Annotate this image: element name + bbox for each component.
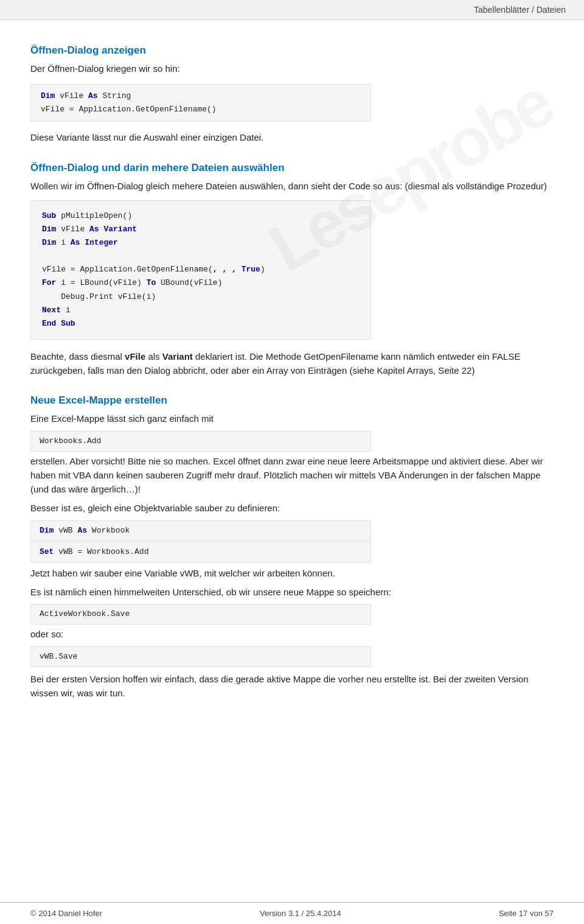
para-mappe-final: Bei der ersten Version hoffen wir einfac… bbox=[30, 672, 554, 701]
para-mehrere-intro: Wollen wir im Öffnen-Dialog gleich meher… bbox=[30, 179, 554, 193]
para-mappe-2: erstellen. Aber vorsicht! Bitte nie so m… bbox=[30, 454, 554, 497]
heading-neue-mappe: Neue Excel-Mappe erstellen bbox=[30, 394, 554, 407]
para-mappe-5: Es ist nämlich einen himmelweiten Unters… bbox=[30, 585, 554, 599]
para-oeffnen-after: Diese Variante lässt nur die Auswahl ein… bbox=[30, 130, 554, 144]
heading-mehrere: Öffnen-Dialog und darin mehere Dateien a… bbox=[30, 162, 554, 174]
para-mehrere-after: Beachte, dass diesmal vFile als Variant … bbox=[30, 349, 554, 378]
code-block-multiple: Sub pMultipleOpen() Dim vFile As Variant… bbox=[30, 200, 371, 340]
para-oeffnen-intro: Der Öffnen-Dialog kriegen wir so hin: bbox=[30, 61, 554, 75]
code-set-vwb: Set vWB = Workbooks.Add bbox=[30, 542, 371, 562]
para-mappe-4: Jetzt haben wir sauber eine Variable vWB… bbox=[30, 566, 554, 580]
footer: © 2014 Daniel Hofer Version 3.1 / 25.4.2… bbox=[0, 902, 584, 924]
code-dim-vwb: Dim vWB As Workbook bbox=[30, 520, 371, 541]
code-vwb-save: vWB.Save bbox=[30, 646, 371, 667]
heading-oeffnen-dialog: Öffnen-Dialog anzeigen bbox=[30, 44, 554, 57]
footer-center: Version 3.1 / 25.4.2014 bbox=[260, 909, 341, 918]
para-oder-so: oder so: bbox=[30, 627, 554, 641]
para-mappe-3: Besser ist es, gleich eine Objektvariabl… bbox=[30, 501, 554, 515]
code-oeffnen-1: Dim vFile As String vFile = Application.… bbox=[30, 84, 371, 122]
footer-right: Seite 17 von 57 bbox=[499, 909, 554, 918]
footer-left: © 2014 Daniel Hofer bbox=[30, 909, 102, 918]
header-bar: Tabellenblätter / Dateien bbox=[0, 0, 584, 20]
para-mappe-1: Eine Excel-Mappe lässt sich ganz einfach… bbox=[30, 411, 554, 425]
code-workbooks-add: Workbooks.Add bbox=[30, 431, 371, 452]
header-title: Tabellenblätter / Dateien bbox=[474, 5, 566, 15]
code-activeworkbook-save: ActiveWorkbook.Save bbox=[30, 604, 371, 625]
